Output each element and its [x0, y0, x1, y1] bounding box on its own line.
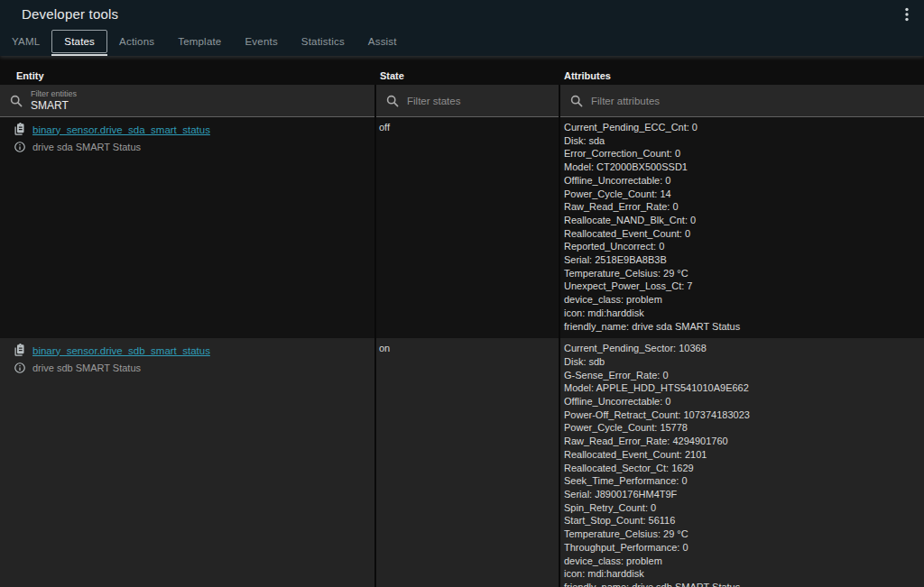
table-row: binary_sensor.drive_sda_smart_status dri… [0, 117, 924, 338]
attribute-line: Serial: 2518E9BA8B3B [564, 253, 924, 267]
tab-assist[interactable]: Assist [356, 27, 409, 56]
clipboard-copy-icon [13, 123, 26, 136]
developer-tools-page: Developer tools YAML States Actions Temp… [0, 0, 924, 587]
entity-cell: binary_sensor.drive_sda_smart_status dri… [0, 117, 374, 338]
attribute-line: Seek_Time_Performance: 0 [564, 474, 924, 488]
filter-attributes-placeholder: Filter attributes [591, 96, 660, 106]
search-icon [570, 95, 583, 107]
info-icon [14, 141, 26, 153]
copy-to-clipboard-button[interactable] [12, 123, 27, 136]
title-row: Developer tools [0, 0, 924, 27]
filter-entities-input-value[interactable]: SMART [31, 100, 77, 111]
entity-info-button[interactable] [12, 141, 27, 153]
attribute-line: Serial: J8900176HM4T9F [564, 488, 924, 501]
attribute-line: Model: CT2000BX500SSD1 [564, 161, 924, 174]
attributes-cell: Current_Pending_ECC_Cnt: 0Disk: sdaError… [560, 117, 924, 338]
attribute-line: Power_Cycle_Count: 14 [564, 188, 924, 201]
tab-bar: YAML States Actions Template Events Stat… [0, 27, 924, 56]
attribute-line: Temperature_Celsius: 29 °C [564, 267, 924, 280]
attribute-line: Reallocated_Event_Count: 0 [564, 227, 924, 241]
entity-friendly-name: drive sda SMART Status [32, 142, 141, 152]
column-header-attributes: Attributes [560, 56, 924, 85]
attribute-line: Reported_Uncorrect: 0 [564, 240, 924, 253]
attribute-line: Spin_Retry_Count: 0 [564, 501, 924, 515]
state-cell: on [376, 338, 559, 587]
app-header: Developer tools YAML States Actions Temp… [0, 0, 924, 56]
filter-row: Filter entities SMART Filter states Filt… [0, 85, 924, 117]
attribute-line: Model: APPLE_HDD_HTS541010A9E662 [564, 381, 924, 395]
attribute-line: Reallocated_Event_Count: 2101 [564, 448, 924, 462]
attribute-line: Offline_Uncorrectable: 0 [564, 395, 924, 408]
table-row: binary_sensor.drive_sdb_smart_status dri… [0, 338, 924, 587]
tab-events[interactable]: Events [233, 27, 289, 56]
attribute-line: Raw_Read_Error_Rate: 0 [564, 200, 924, 214]
attribute-line: friendly_name: drive sda SMART Status [564, 320, 924, 334]
entity-friendly-name: drive sdb SMART Status [32, 362, 141, 373]
info-icon [14, 362, 26, 374]
column-header-state: State [376, 56, 559, 85]
entity-id-link[interactable]: binary_sensor.drive_sda_smart_status [32, 124, 210, 135]
attribute-line: friendly_name: drive sdb SMART Status [564, 581, 924, 587]
attribute-line: icon: mdi:harddisk [564, 567, 924, 581]
tab-yaml[interactable]: YAML [0, 27, 51, 56]
entity-cell: binary_sensor.drive_sdb_smart_status dri… [0, 338, 374, 587]
filter-states-placeholder: Filter states [407, 96, 460, 106]
tab-actions[interactable]: Actions [107, 27, 166, 56]
overflow-menu-button[interactable] [897, 5, 917, 24]
states-table-header: Entity State Attributes [0, 56, 924, 85]
tab-states[interactable]: States [51, 30, 107, 53]
kebab-menu-icon [905, 7, 909, 22]
filter-states-field[interactable]: Filter states [376, 85, 559, 117]
attribute-line: Reallocate_NAND_Blk_Cnt: 0 [564, 214, 924, 227]
attribute-line: Throughput_Performance: 0 [564, 541, 924, 555]
search-icon [10, 95, 23, 107]
attribute-line: Offline_Uncorrectable: 0 [564, 174, 924, 188]
attribute-line: Power_Cycle_Count: 15778 [564, 421, 924, 435]
tab-template[interactable]: Template [166, 27, 233, 56]
column-header-entity: Entity [0, 56, 374, 85]
attribute-line: G-Sense_Error_Rate: 0 [564, 369, 924, 382]
attribute-line: Current_Pending_ECC_Cnt: 0 [564, 121, 924, 134]
filter-attributes-field[interactable]: Filter attributes [560, 85, 924, 117]
state-cell: off [376, 117, 559, 338]
attribute-line: Raw_Read_Error_Rate: 4294901760 [564, 435, 924, 448]
search-icon [386, 95, 399, 107]
entity-id-link[interactable]: binary_sensor.drive_sdb_smart_status [32, 345, 210, 356]
attribute-line: Error_Correction_Count: 0 [564, 147, 924, 161]
tab-statistics[interactable]: Statistics [290, 27, 356, 56]
attribute-line: Start_Stop_Count: 56116 [564, 514, 924, 527]
copy-to-clipboard-button[interactable] [12, 344, 27, 357]
attribute-line: Reallocated_Sector_Ct: 1629 [564, 462, 924, 475]
attribute-line: Power-Off_Retract_Count: 107374183023 [564, 408, 924, 422]
attribute-line: device_class: problem [564, 555, 924, 568]
filter-entities-label: Filter entities [31, 90, 77, 98]
filter-entities-field[interactable]: Filter entities SMART [0, 85, 374, 117]
attributes-cell: Current_Pending_Sector: 10368Disk: sdbG-… [560, 338, 924, 587]
attribute-line: Temperature_Celsius: 29 °C [564, 527, 924, 541]
entity-info-button[interactable] [12, 362, 27, 374]
attribute-line: Unexpect_Power_Loss_Ct: 7 [564, 280, 924, 293]
attribute-line: Disk: sdb [564, 355, 924, 369]
attribute-line: device_class: problem [564, 293, 924, 307]
clipboard-copy-icon [13, 344, 26, 357]
attribute-line: icon: mdi:harddisk [564, 307, 924, 320]
attribute-line: Current_Pending_Sector: 10368 [564, 342, 924, 355]
page-title: Developer tools [22, 6, 118, 22]
attribute-line: Disk: sda [564, 134, 924, 148]
